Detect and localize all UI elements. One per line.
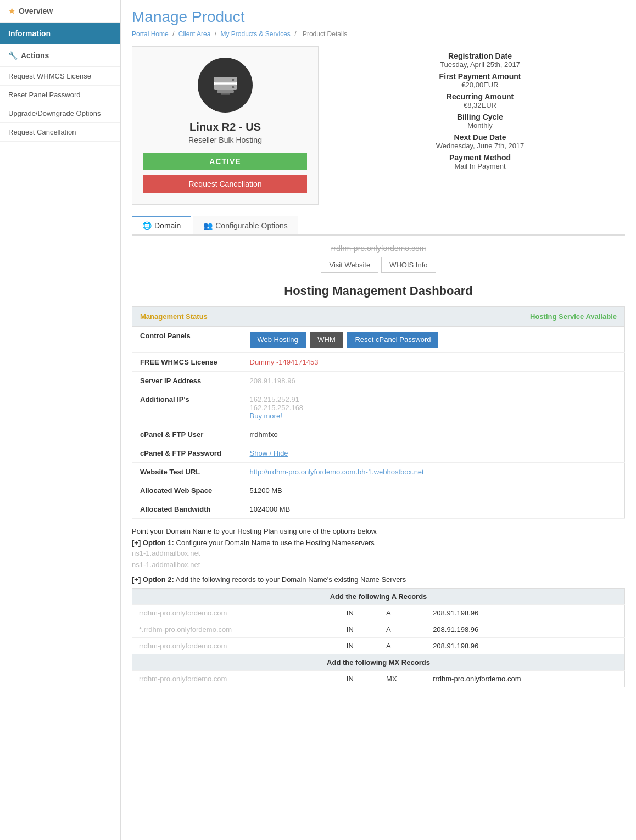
whois-info-button[interactable]: WHOIS Info (381, 257, 436, 273)
bandwidth: 1024000 MB (250, 505, 291, 513)
table-row: rrdhm-pro.onlyfordemo.com IN A 208.91.19… (132, 605, 625, 621)
payment-method-label: Payment Method (335, 153, 625, 162)
breadcrumb-portal-home[interactable]: Portal Home (132, 30, 169, 38)
dns-table: Add the following A Records rrdhm-pro.on… (132, 588, 625, 687)
list-item[interactable]: Upgrade/Downgrade Options (0, 104, 120, 123)
product-card: Linux R2 - US Reseller Bulk Hosting ACTI… (132, 46, 319, 205)
breadcrumb-client-area[interactable]: Client Area (178, 30, 211, 38)
page-title: Manage Product (132, 8, 625, 26)
a-record-type-3: A (380, 638, 426, 654)
a-records-header: Add the following A Records (132, 589, 625, 605)
web-space-value: 51200 MB (242, 481, 625, 500)
sidebar-information[interactable]: Information (0, 23, 120, 44)
control-panels-label: Control Panels (132, 327, 242, 353)
server-icon (210, 70, 241, 100)
dashboard-title: Hosting Management Dashboard (132, 284, 625, 298)
reset-panel-password-link[interactable]: Reset Panel Password (0, 86, 120, 104)
tab-domain[interactable]: 🌐 Domain (132, 216, 191, 234)
upgrade-downgrade-link[interactable]: Upgrade/Downgrade Options (0, 104, 120, 123)
web-space-label: Allocated Web Space (132, 481, 242, 500)
domain-section: rrdhm-pro.onlyfordemo.com Visit Website … (132, 244, 625, 273)
table-row: cPanel & FTP User rrdhmfxo (132, 425, 625, 444)
request-whmcs-link[interactable]: Request WHMCS License (0, 67, 120, 86)
nameserver-2: ns1-1.addmailbox.net (132, 561, 625, 569)
cpanel-password-label: cPanel & FTP Password (132, 444, 242, 463)
table-row: Control Panels Web Hosting WHM Reset cPa… (132, 327, 625, 353)
mx-records-header: Add the following MX Records (132, 654, 625, 671)
list-item[interactable]: Request WHMCS License (0, 67, 120, 86)
request-cancellation-link[interactable]: Request Cancellation (0, 123, 120, 142)
whmcs-license-id: Dummy -1494171453 (250, 358, 319, 366)
svg-rect-5 (217, 90, 234, 93)
reset-cpanel-password-button[interactable]: Reset cPanel Password (347, 332, 438, 348)
svg-rect-6 (220, 93, 230, 94)
website-test-url-link[interactable]: http://rrdhm-pro.onlyfordemo.com.bh-1.we… (250, 468, 424, 476)
recurring-value: €8,32EUR (335, 101, 625, 109)
star-icon: ★ (8, 7, 15, 15)
buy-more-link[interactable]: Buy more! (250, 412, 282, 420)
web-hosting-button[interactable]: Web Hosting (250, 332, 306, 348)
tabs: 🌐 Domain 👥 Configurable Options (132, 216, 625, 236)
tab-configurable-label: Configurable Options (215, 221, 288, 230)
tab-domain-label: Domain (154, 221, 181, 230)
tab-configurable-options[interactable]: 👥 Configurable Options (193, 216, 298, 234)
cpanel-user-label: cPanel & FTP User (132, 425, 242, 444)
whm-button[interactable]: WHM (310, 332, 343, 348)
cpanel-user-value: rrdhmfxo (242, 425, 625, 444)
show-hide-password-link[interactable]: Show / Hide (250, 449, 288, 457)
a-record-class-2: IN (340, 621, 380, 638)
next-due-label: Next Due Date (335, 133, 625, 142)
cancel-button[interactable]: Request Cancellation (143, 175, 307, 193)
breadcrumb-product-details: Product Details (303, 30, 347, 38)
first-payment-value: €20,00EUR (335, 81, 625, 89)
website-test-url-value: http://rrdhm-pro.onlyfordemo.com.bh-1.we… (242, 463, 625, 481)
table-row: Server IP Address 208.91.198.96 (132, 372, 625, 390)
a-record-domain-3: rrdhm-pro.onlyfordemo.com (132, 638, 340, 654)
web-space: 51200 MB (250, 486, 282, 495)
first-payment-label: First Payment Amount (335, 72, 625, 81)
sidebar-actions-header: 🔧 Actions (0, 44, 120, 67)
product-details: Registration Date Tuesday, April 25th, 2… (335, 46, 625, 205)
mx-records-header-row: Add the following MX Records (132, 654, 625, 671)
a-records-header-row: Add the following A Records (132, 589, 625, 605)
server-ip: 208.91.198.96 (250, 377, 295, 385)
server-ip-value: 208.91.198.96 (242, 372, 625, 390)
table-row: Website Test URL http://rrdhm-pro.onlyfo… (132, 463, 625, 481)
registration-date-value: Tuesday, April 25th, 2017 (335, 60, 625, 69)
payment-method-value: Mail In Payment (335, 162, 625, 170)
sidebar-actions-list: Request WHMCS License Reset Panel Passwo… (0, 67, 120, 142)
domain-name: rrdhm-pro.onlyfordemo.com (132, 244, 625, 253)
management-table: Management Status Hosting Service Availa… (132, 306, 625, 519)
bandwidth-label: Allocated Bandwidth (132, 500, 242, 519)
table-row: Additional IP's 162.215.252.91 162.215.2… (132, 390, 625, 425)
cpanel-password-value: Show / Hide (242, 444, 625, 463)
a-record-class-3: IN (340, 638, 380, 654)
service-available-header: Hosting Service Available (242, 307, 625, 327)
table-row: rrdhm-pro.onlyfordemo.com IN A 208.91.19… (132, 638, 625, 654)
registration-date-label: Registration Date (335, 52, 625, 60)
free-whmcs-value: Dummy -1494171453 (242, 353, 625, 372)
mx-record-class-1: IN (340, 671, 380, 687)
svg-point-3 (232, 79, 234, 81)
breadcrumb-my-products[interactable]: My Products & Services (220, 30, 290, 38)
dns-section: Point your Domain Name to your Hosting P… (132, 527, 625, 687)
table-row: *.rrdhm-pro.onlyfordemo.com IN A 208.91.… (132, 621, 625, 638)
option2-text: [+] Option 2: Add the following records … (132, 575, 625, 584)
sidebar-overview[interactable]: ★ Overview (0, 0, 120, 23)
option1-text: [+] Option 1: Configure your Domain Name… (132, 539, 625, 547)
list-item[interactable]: Request Cancellation (0, 123, 120, 142)
server-ip-label: Server IP Address (132, 372, 242, 390)
website-test-url-label: Website Test URL (132, 463, 242, 481)
ip-2: 162.215.252.168 (250, 404, 304, 412)
mx-record-type-1: MX (380, 671, 426, 687)
visit-website-button[interactable]: Visit Website (321, 257, 378, 273)
list-item[interactable]: Reset Panel Password (0, 86, 120, 104)
ip-1: 162.215.252.91 (250, 395, 299, 404)
mgmt-status-header: Management Status (132, 307, 242, 327)
table-row: Allocated Web Space 51200 MB (132, 481, 625, 500)
a-record-type-2: A (380, 621, 426, 638)
table-row: Allocated Bandwidth 1024000 MB (132, 500, 625, 519)
product-name: Linux R2 - US (143, 121, 307, 133)
sidebar-overview-label: Overview (19, 7, 53, 15)
table-row: FREE WHMCS License Dummy -1494171453 (132, 353, 625, 372)
